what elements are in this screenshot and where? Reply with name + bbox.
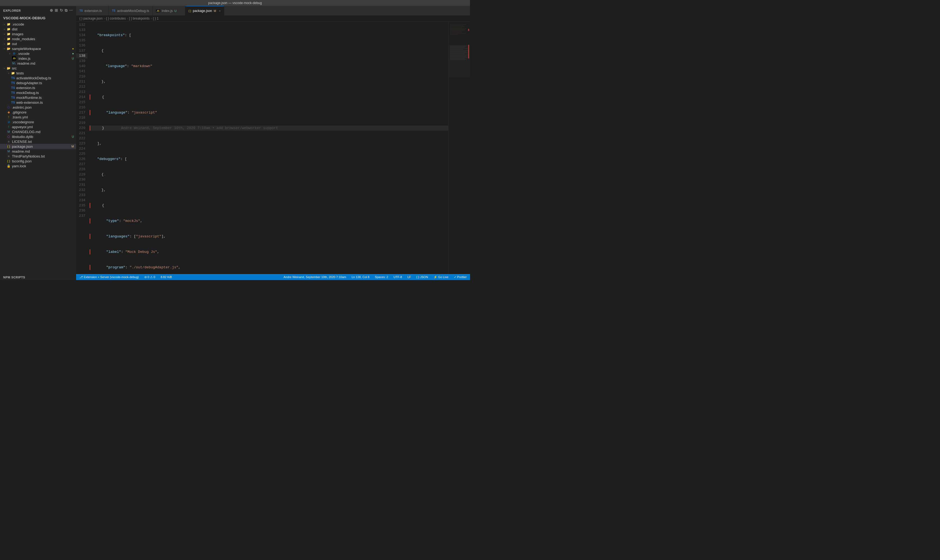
code-line-135: }, bbox=[90, 79, 448, 84]
sidebar-header: EXPLORER ⊕ ⊞ ↻ ⧉ ··· bbox=[0, 6, 76, 15]
npm-scripts-header: NPM SCRIPTS bbox=[0, 273, 76, 280]
sidebar-item-debugadapter[interactable]: › TS debugAdapter.ts bbox=[0, 80, 76, 85]
lock-icon: 🔒 bbox=[6, 164, 11, 168]
sidebar-item-readme-sampleworkspace[interactable]: › M↓ readme.md bbox=[0, 61, 76, 66]
arrow-icon: › bbox=[8, 52, 12, 55]
status-git-blame[interactable]: Andre Weinand, September 10th, 2020 7:10… bbox=[282, 275, 347, 278]
code-line-138: } Andre Weinand, September 10th, 2020 7:… bbox=[90, 125, 448, 131]
ln-139: 139 bbox=[76, 58, 88, 63]
vscode-ignore-icon: ⊘ bbox=[6, 120, 11, 124]
breadcrumb-part-2[interactable]: { } contributes bbox=[106, 17, 126, 20]
more-icon[interactable]: ··· bbox=[69, 8, 73, 13]
status-size[interactable]: 8.82 KiB bbox=[160, 275, 173, 278]
sidebar-item-node-modules[interactable]: › 📁 node_modules bbox=[0, 36, 76, 41]
sidebar-item-extension[interactable]: › TS extension.ts bbox=[0, 85, 76, 90]
sidebar-item-indexjs[interactable]: › JS index.js U bbox=[0, 56, 76, 61]
status-position[interactable]: Ln 138, Col 8 bbox=[350, 275, 370, 278]
svg-rect-9 bbox=[450, 33, 466, 34]
sidebar-item-mockruntime[interactable]: › TS mockRuntime.ts bbox=[0, 95, 76, 100]
sidebar-item-src[interactable]: › 📂 src bbox=[0, 66, 76, 71]
ln-229: 229 bbox=[76, 172, 88, 177]
sidebar-item-webextension[interactable]: › TS web-extension.ts bbox=[0, 100, 76, 105]
editor-content[interactable]: 132 133 134 135 136 137 138 139 140 141 … bbox=[76, 22, 470, 274]
sidebar-item-vscodeignore[interactable]: › ⊘ .vscodeignore bbox=[0, 120, 76, 125]
line-numbers: 132 133 134 135 136 137 138 139 140 141 … bbox=[76, 22, 90, 274]
new-file-icon[interactable]: ⊕ bbox=[50, 8, 53, 13]
sidebar-item-tsconfig[interactable]: › { } tsconfig.json bbox=[0, 158, 76, 163]
status-language[interactable]: { } JSON bbox=[415, 275, 429, 278]
git-icon: ◆ bbox=[6, 110, 11, 114]
sidebar-item-thirdparty[interactable]: › ≡ ThirdPartyNotices.txt bbox=[0, 154, 76, 158]
code-line-133: { bbox=[90, 48, 448, 53]
sidebar-header-icons[interactable]: ⊕ ⊞ ↻ ⧉ ··· bbox=[50, 8, 73, 13]
ln-231: 231 bbox=[76, 182, 88, 188]
warnings-text: 0 bbox=[154, 275, 155, 278]
sidebar-item-images[interactable]: › 📁 images bbox=[0, 31, 76, 36]
ln-217: 217 bbox=[76, 110, 88, 115]
tab-label: extension.ts bbox=[85, 9, 102, 13]
tab-close-button[interactable]: × bbox=[219, 9, 221, 12]
json-icon: { } bbox=[6, 144, 11, 149]
git-blame-text: Andre Weinand, September 10th, 2020 7:10… bbox=[284, 275, 346, 278]
sidebar-item-license[interactable]: › ≡ LICENSE.txt bbox=[0, 139, 76, 144]
folder-open-icon: 📂 bbox=[6, 46, 11, 51]
sidebar-item-appveyor[interactable]: › ! appveyor.yml bbox=[0, 125, 76, 129]
collapse-icon[interactable]: ⧉ bbox=[65, 8, 68, 13]
refresh-icon[interactable]: ↻ bbox=[60, 8, 63, 13]
svg-rect-20 bbox=[450, 55, 469, 55]
breadcrumb-part-3[interactable]: [ ] breakpoints bbox=[129, 17, 150, 20]
arrow-icon: › bbox=[2, 28, 6, 31]
new-folder-icon[interactable]: ⊞ bbox=[55, 8, 58, 13]
sidebar-item-vscode[interactable]: › 📁 .vscode bbox=[0, 22, 76, 27]
sidebar-item-readme[interactable]: › M readme.md bbox=[0, 149, 76, 154]
status-encoding[interactable]: UTF-8 bbox=[392, 275, 403, 278]
code-line-137: "language": "javascript" bbox=[90, 110, 448, 115]
status-eol[interactable]: LF bbox=[406, 275, 412, 278]
sidebar-item-yarnlock[interactable]: › 🔒 yarn.lock bbox=[0, 163, 76, 168]
title-text: package.json — vscode-mock-debug bbox=[208, 1, 262, 5]
code-line-215: "program": "./out/debugAdapter.js", bbox=[90, 265, 448, 270]
sidebar-item-dist[interactable]: › 📁 dist bbox=[0, 27, 76, 31]
sidebar-item-tests[interactable]: › 📁 tests bbox=[0, 71, 76, 75]
svg-rect-13 bbox=[450, 47, 465, 48]
ln-135: 135 bbox=[76, 38, 88, 43]
tab-packagejson[interactable]: { } package.json M × bbox=[185, 6, 224, 15]
sidebar-item-travis[interactable]: › ! .travis.yml bbox=[0, 115, 76, 120]
sidebar-item-packagejson[interactable]: › { } package.json M bbox=[0, 144, 76, 149]
sidebar-item-eslintrc[interactable]: › ⬡ .eslintrc.json bbox=[0, 105, 76, 110]
tab-label: activateMockDebug.ts bbox=[117, 9, 149, 13]
sidebar-item-sampleworkspace-vscode[interactable]: › ⚙ .vscode ● bbox=[0, 51, 76, 56]
status-remote[interactable]: ⎇ Extension + Server (vscode-mock-debug) bbox=[78, 275, 140, 279]
svg-rect-19 bbox=[450, 54, 465, 54]
status-golive[interactable]: ⚡ Go Live bbox=[432, 275, 450, 279]
title-bar: package.json — vscode-mock-debug bbox=[0, 0, 470, 6]
sidebar-item-activatemockdebug[interactable]: › TS activateMockDebug.ts bbox=[0, 75, 76, 80]
sidebar-item-sampleworkspace[interactable]: › 📂 sampleWorkspace ● bbox=[0, 46, 76, 51]
code-area[interactable]: "breakpoints": [ { "language": "markdown… bbox=[90, 22, 448, 274]
sidebar-item-libstudio[interactable]: › ⬡ libstudio.dylib U bbox=[0, 134, 76, 139]
status-prettier[interactable]: ✓ Prettier bbox=[453, 275, 468, 279]
ln-236: 236 bbox=[76, 208, 88, 213]
sidebar-item-out[interactable]: › 📁 out bbox=[0, 41, 76, 46]
status-spaces[interactable]: Spaces: 2 bbox=[374, 275, 389, 278]
breadcrumb-part-1[interactable]: { } package.json bbox=[79, 17, 102, 20]
ln-230: 230 bbox=[76, 177, 88, 182]
sidebar-item-mockdebug[interactable]: › TS mockDebug.ts bbox=[0, 90, 76, 95]
code-line-136: { bbox=[90, 94, 448, 100]
sidebar-tree[interactable]: › 📁 .vscode › 📁 dist › 📁 images › 📁 node… bbox=[0, 22, 76, 273]
breadcrumb-part-4[interactable]: { } 1 bbox=[153, 17, 159, 20]
js-icon: JS bbox=[12, 56, 16, 60]
svg-rect-25 bbox=[468, 29, 469, 31]
status-errors[interactable]: ⊘ 0 ⚠ 0 bbox=[143, 275, 156, 279]
ts-tab-icon: TS bbox=[112, 9, 116, 12]
tab-extension-ts[interactable]: TS extension.ts bbox=[76, 6, 109, 15]
code-line-139: ], bbox=[90, 141, 448, 146]
tab-indexjs[interactable]: JS index.js U bbox=[153, 6, 185, 15]
sidebar-item-changelog[interactable]: › M CHANGELOG.md bbox=[0, 129, 76, 134]
badge-m: M bbox=[71, 145, 74, 148]
tab-activatemockdebug[interactable]: TS activateMockDebug.ts bbox=[109, 6, 153, 15]
badge-dot: ● bbox=[72, 47, 74, 50]
folder-icon: 📁 bbox=[6, 42, 11, 46]
sidebar-item-gitignore[interactable]: › ◆ .gitignore bbox=[0, 110, 76, 115]
position-text: Ln 138, Col 8 bbox=[352, 275, 369, 278]
